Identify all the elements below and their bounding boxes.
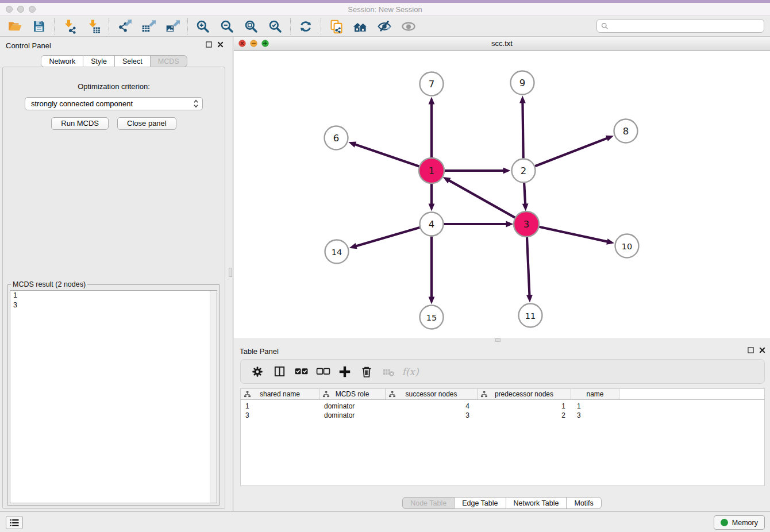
zoom-selected-icon: [268, 19, 283, 34]
float-panel-icon[interactable]: [206, 41, 212, 48]
status-bar: Memory: [0, 511, 770, 532]
toolbar-separator: [109, 18, 109, 34]
graph-node-label: 7: [429, 79, 435, 90]
run-mcds-button[interactable]: Run MCDS: [51, 117, 109, 130]
copy-network-icon: [329, 19, 344, 34]
table-settings-button[interactable]: [247, 361, 268, 382]
splitter-handle[interactable]: [495, 338, 500, 342]
function-builder-button[interactable]: f(x): [399, 361, 421, 382]
criterion-dropdown[interactable]: strongly connected component: [25, 97, 203, 110]
graph-edge-3-11[interactable]: [527, 236, 530, 296]
close-panel-button[interactable]: Close panel: [117, 117, 176, 130]
close-window-button[interactable]: [6, 6, 13, 13]
export-image-button[interactable]: [160, 17, 184, 36]
search-input[interactable]: [611, 22, 764, 30]
tab-mcds[interactable]: MCDS: [151, 55, 187, 67]
delete-column-button[interactable]: [356, 361, 378, 382]
tab-network-table[interactable]: Network Table: [506, 497, 567, 509]
cell-predecessor-nodes: 1: [478, 402, 571, 411]
column-header-mcds-role[interactable]: MCDS role: [319, 389, 386, 399]
close-panel-icon[interactable]: [759, 347, 765, 353]
graph-node-label: 6: [333, 133, 340, 144]
deselect-all-button[interactable]: [312, 361, 334, 382]
destroy-table-button[interactable]: [378, 361, 399, 382]
minimize-view-button[interactable]: [250, 40, 257, 47]
column-header-name[interactable]: name: [571, 389, 619, 399]
show-panels-button[interactable]: [396, 17, 421, 36]
tab-motifs[interactable]: Motifs: [567, 497, 601, 509]
table-panel-header: Table Panel: [234, 342, 770, 358]
mcds-result-item: 1: [10, 291, 217, 300]
memory-button[interactable]: Memory: [714, 515, 765, 530]
app-window: Session: New Session: [0, 0, 770, 532]
tab-node-table[interactable]: Node Table: [402, 497, 455, 509]
cell-name: 1: [571, 402, 619, 411]
column-header-successor-nodes[interactable]: successor nodes: [386, 389, 478, 399]
graph-edge-arrowhead: [429, 97, 435, 105]
result-scrollbar[interactable]: [210, 291, 217, 503]
homes-icon: [352, 18, 368, 34]
close-panel-icon[interactable]: [217, 41, 224, 48]
graph-node-label: 3: [523, 219, 530, 230]
zoom-selected-button[interactable]: [263, 17, 287, 36]
column-layout-button[interactable]: [268, 361, 290, 382]
search-box[interactable]: [596, 19, 764, 33]
tab-select[interactable]: Select: [115, 55, 151, 67]
copy-network-button[interactable]: [324, 17, 348, 36]
tab-network[interactable]: Network: [41, 55, 83, 67]
toolbar-separator: [187, 18, 188, 34]
zoom-out-button[interactable]: [215, 17, 239, 36]
tab-style[interactable]: Style: [83, 55, 115, 67]
maximize-window-button[interactable]: [29, 6, 36, 13]
zoom-in-button[interactable]: [191, 17, 215, 36]
open-session-button[interactable]: [3, 17, 27, 36]
hide-panels-button[interactable]: [372, 17, 396, 36]
task-history-button[interactable]: [6, 516, 23, 529]
panel-splitter-horizontal[interactable]: [234, 338, 770, 342]
graph-node-label: 15: [426, 313, 437, 322]
select-all-button[interactable]: [290, 361, 312, 382]
refresh-view-button[interactable]: [294, 17, 318, 36]
mcds-result-list[interactable]: 1 3: [10, 290, 217, 503]
export-table-button[interactable]: [136, 17, 160, 36]
gear-icon: [251, 365, 264, 379]
graph-edge-4-14[interactable]: [355, 228, 419, 246]
cell-name: 3: [571, 411, 619, 420]
graph-edge-3-1[interactable]: [448, 180, 515, 218]
list-icon: [9, 518, 20, 527]
graph-edge-2-8[interactable]: [535, 138, 608, 166]
graph-edge-1-6[interactable]: [355, 144, 420, 167]
table-row[interactable]: 3 dominator 3 2 3: [241, 411, 764, 420]
home-view-button[interactable]: [348, 17, 372, 36]
maximize-view-button[interactable]: [261, 40, 269, 47]
network-view-titlebar: scc.txt: [234, 37, 770, 51]
cell-mcds-role: dominator: [319, 402, 386, 411]
column-header-shared-name[interactable]: shared name: [241, 389, 319, 399]
deselect-all-icon: [316, 364, 330, 379]
table-panel-tabs: Node Table Edge Table Network Table Moti…: [234, 497, 770, 509]
network-canvas[interactable]: 7968124314101511: [234, 51, 770, 338]
float-panel-icon[interactable]: [748, 347, 754, 353]
import-network-button[interactable]: [57, 17, 82, 36]
select-all-icon: [294, 364, 309, 379]
graph-edge-2-9[interactable]: [522, 102, 523, 158]
splitter-handle[interactable]: [229, 268, 232, 277]
add-column-button[interactable]: [334, 361, 356, 382]
import-network-icon: [62, 19, 77, 34]
minimize-window-button[interactable]: [17, 6, 24, 13]
graph-edge-3-10[interactable]: [538, 227, 608, 242]
export-network-button[interactable]: [112, 17, 136, 36]
panel-splitter-vertical[interactable]: [228, 37, 233, 511]
table-row[interactable]: 1 dominator 4 1 1: [241, 402, 764, 411]
graph-node-label: 4: [429, 219, 435, 230]
node-table[interactable]: shared name MCDS role successor nodes: [240, 388, 765, 486]
zoom-fit-button[interactable]: [239, 17, 263, 36]
eye-icon: [401, 18, 417, 34]
import-table-button[interactable]: [82, 17, 106, 36]
tab-edge-table[interactable]: Edge Table: [455, 497, 506, 509]
graph-edge-2-3[interactable]: [524, 183, 525, 205]
column-label: name: [586, 390, 603, 398]
save-session-button[interactable]: [27, 17, 51, 36]
close-view-button[interactable]: [238, 40, 246, 47]
column-header-predecessor-nodes[interactable]: predecessor nodes: [478, 389, 571, 399]
